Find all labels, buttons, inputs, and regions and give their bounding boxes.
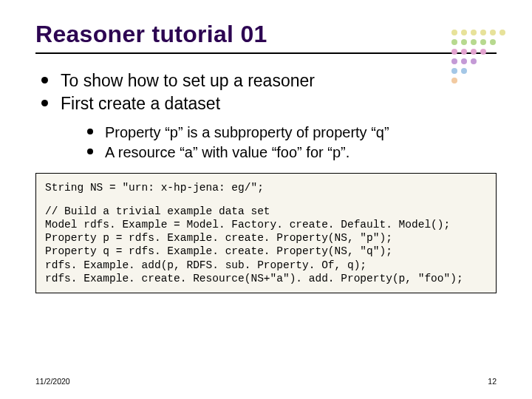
dot-icon: [461, 39, 467, 45]
code-line: rdfs. Example. create. Resource(NS+"a").…: [45, 273, 463, 284]
footer-date: 11/2/2020: [35, 377, 70, 386]
bullet-item: To show how to set up a reasoner: [41, 70, 497, 92]
dot-icon: [499, 30, 505, 35]
code-line: Property p = rdfs. Example. create. Prop…: [45, 232, 392, 244]
dot-icon: [461, 58, 467, 64]
bullet-text: First create a dataset: [61, 94, 220, 113]
dot-icon: [471, 58, 477, 64]
sub-bullet-text: A resource “a” with value “foo” for “p”.: [105, 144, 349, 160]
slide: Reasoner tutorial 01 To show how to set …: [0, 0, 532, 399]
bullet-list: To show how to set up a reasoner First c…: [35, 70, 497, 163]
dot-icon: [480, 30, 486, 35]
sub-bullet-item: Property “p” is a subproperty of propert…: [87, 123, 497, 143]
code-line: rdfs. Example. add(p, RDFS. sub. Propert…: [45, 259, 366, 271]
dot-icon: [471, 30, 477, 35]
sub-bullet-list: Property “p” is a subproperty of propert…: [61, 123, 497, 163]
dot-icon: [451, 39, 457, 45]
slide-title: Reasoner tutorial 01: [35, 21, 497, 48]
dot-icon: [480, 39, 486, 45]
dot-icon: [480, 49, 486, 55]
bullet-item: First create a dataset Property “p” is a…: [41, 93, 497, 162]
dot-icon: [471, 39, 477, 45]
code-line: Property q = rdfs. Example. create. Prop…: [45, 245, 392, 257]
code-line: // Build a trivial example data set: [45, 205, 270, 217]
dot-icon: [461, 30, 467, 35]
sub-bullet-item: A resource “a” with value “foo” for “p”.: [87, 143, 497, 163]
bullet-text: To show how to set up a reasoner: [61, 71, 315, 90]
dot-icon: [461, 49, 467, 55]
dot-icon: [490, 30, 496, 35]
sub-bullet-text: Property “p” is a subproperty of propert…: [105, 124, 389, 140]
dot-icon: [471, 49, 477, 55]
footer-page-number: 12: [488, 377, 497, 386]
dot-icon: [451, 49, 457, 55]
code-line: Model rdfs. Example = Model. Factory. cr…: [45, 219, 450, 231]
dot-icon: [490, 39, 496, 45]
title-underline: [35, 52, 497, 54]
dot-icon: [451, 30, 457, 35]
dot-icon: [451, 58, 457, 64]
slide-content: To show how to set up a reasoner First c…: [35, 70, 497, 293]
code-line: String NS = "urn: x-hp-jena: eg/";: [45, 182, 264, 194]
code-block: String NS = "urn: x-hp-jena: eg/"; // Bu…: [35, 173, 497, 293]
